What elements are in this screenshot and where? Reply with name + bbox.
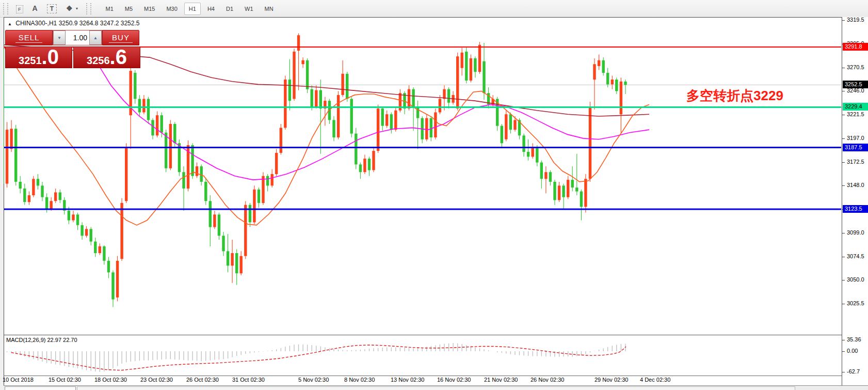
volume-increase-button[interactable]: ▲ — [89, 30, 102, 45]
grid-anchor-icon[interactable]: F — [16, 5, 23, 13]
tf-button-w1[interactable]: W1 — [240, 3, 258, 15]
drawing-tools: FAT❖▼ — [11, 4, 83, 13]
price-tick-label: 3319.5 — [847, 17, 864, 23]
price-tick-label: 3050.0 — [847, 276, 864, 283]
axis-tick-mark — [842, 257, 845, 257]
toolbar-grip[interactable] — [3, 3, 8, 14]
axis-tick-mark — [842, 340, 845, 340]
tf-button-m15[interactable]: M15 — [139, 3, 159, 15]
axis-tick-mark — [842, 233, 845, 233]
volume-spinner: ▼ ▲ — [53, 30, 102, 45]
price-level-tag: 3123.5 — [843, 205, 868, 213]
tf-button-d1[interactable]: D1 — [221, 3, 238, 15]
chart-tab-bar — [4, 385, 868, 390]
date-tick-label: 13 Nov 02:30 — [391, 377, 424, 383]
macd-tick-label: -62.7 — [847, 368, 860, 375]
axis-tick-mark — [842, 304, 845, 304]
sell-button[interactable]: SELL — [5, 30, 53, 45]
tf-button-h4[interactable]: H4 — [203, 3, 219, 15]
axis-tick-mark — [842, 372, 845, 372]
macd-indicator-label: MACD(12,26,9) 22.97 22.70 — [6, 337, 77, 343]
sell-price-box[interactable]: 3251 .0 — [5, 46, 72, 68]
tab-bar-empty — [77, 386, 795, 390]
price-tick-label: 3025.5 — [847, 300, 864, 306]
date-tick-label: 10 Oct 2018 — [3, 377, 34, 383]
date-tick-label: 16 Nov 02:30 — [437, 377, 471, 383]
collapse-triangle-icon[interactable]: ▲ — [8, 22, 12, 26]
price-level-tag: 3187.5 — [843, 144, 868, 151]
price-level-tag: 3252.5 — [843, 81, 868, 88]
sell-price-fraction: .0 — [42, 47, 59, 67]
toolbar-grip-2[interactable] — [86, 3, 91, 14]
shapes-icon[interactable]: ❖▼ — [66, 4, 79, 12]
buy-price-main: 3256 — [87, 50, 110, 67]
price-tick-label: 3221.5 — [847, 111, 864, 117]
price-tick-label: 3270.5 — [847, 64, 864, 70]
axis-tick-mark — [842, 20, 845, 21]
axis-tick-mark — [842, 91, 845, 91]
axis-tick-mark — [842, 138, 845, 139]
tf-button-mn[interactable]: MN — [260, 3, 278, 15]
macd-indicator-pane[interactable] — [4, 336, 842, 376]
chart-title: ▲ CHINA300-,H1 3250.9 3264.8 3247.2 3252… — [8, 20, 139, 27]
chart-ohlc: 3250.9 3264.8 3247.2 3252.5 — [59, 20, 140, 27]
price-axis[interactable]: 3319.53295.03270.53246.03221.53197.03172… — [842, 17, 868, 385]
timeframe-bar: M1M5M15M30H1H4D1W1MN — [100, 3, 279, 15]
price-tick-label: 3197.0 — [847, 135, 864, 141]
date-axis[interactable]: 10 Oct 201815 Oct 02:3018 Oct 02:3023 Oc… — [4, 377, 842, 385]
tf-button-m5[interactable]: M5 — [120, 3, 137, 15]
tf-button-m1[interactable]: M1 — [101, 3, 118, 15]
date-tick-label: 23 Oct 02:30 — [140, 377, 173, 383]
price-tick-label: 3099.0 — [847, 229, 864, 236]
date-tick-label: 29 Nov 02:30 — [594, 377, 628, 383]
volume-input[interactable] — [66, 30, 89, 45]
pane-divider[interactable] — [4, 335, 867, 335]
chart-symbol: CHINA300-,H1 — [15, 20, 57, 27]
price-tick-label: 3074.5 — [847, 253, 864, 259]
xaxis-divider — [4, 376, 867, 376]
date-tick-label: 15 Oct 02:30 — [49, 377, 81, 383]
chart-annotation: 多空转折点3229 — [686, 87, 783, 105]
price-tick-label: 3148.0 — [847, 182, 864, 188]
buy-price-fraction: .6 — [110, 47, 127, 67]
price-level-tag: 3291.8 — [843, 43, 868, 51]
axis-tick-mark — [842, 68, 845, 68]
axis-tick-mark — [842, 351, 845, 352]
date-tick-label: 26 Oct 02:30 — [186, 377, 219, 383]
date-tick-label: 4 Dec 02:30 — [640, 377, 670, 383]
chart-tab[interactable] — [5, 386, 76, 390]
date-tick-label: 26 Nov 02:30 — [531, 377, 564, 383]
one-click-trade-panel: SELL ▼ ▲ BUY 3251 .0 3256 .6 — [5, 30, 140, 68]
date-tick-label: 5 Nov 02:30 — [298, 377, 329, 383]
price-tick-label: 3172.5 — [847, 159, 864, 165]
axis-tick-mark — [842, 162, 845, 163]
text-label-icon[interactable]: A — [33, 4, 38, 12]
macd-tick-label: 0.00 — [847, 348, 858, 354]
axis-tick-mark — [842, 280, 845, 280]
dropdown-caret-icon[interactable]: ▼ — [75, 7, 79, 10]
macd-tick-label: 35.36 — [847, 336, 861, 342]
text-box-icon[interactable]: T — [47, 4, 57, 13]
toolbar: FAT❖▼ M1M5M15M30H1H4D1W1MN — [0, 0, 868, 18]
price-level-tag: 3229.4 — [843, 103, 868, 111]
tf-button-h1[interactable]: H1 — [184, 3, 201, 15]
tf-button-m30[interactable]: M30 — [162, 3, 182, 15]
buy-price-box[interactable]: 3256 .6 — [73, 46, 140, 68]
date-tick-label: 31 Oct 02:30 — [232, 377, 265, 383]
axis-tick-mark — [842, 185, 845, 186]
volume-decrease-button[interactable]: ▼ — [53, 30, 66, 45]
axis-tick-mark — [842, 115, 845, 115]
date-tick-label: 8 Nov 02:30 — [344, 377, 375, 383]
sell-price-main: 3251 — [19, 50, 42, 67]
buy-button[interactable]: BUY — [102, 30, 139, 45]
date-tick-label: 21 Nov 02:30 — [484, 377, 518, 383]
date-tick-label: 18 Oct 02:30 — [94, 377, 127, 383]
